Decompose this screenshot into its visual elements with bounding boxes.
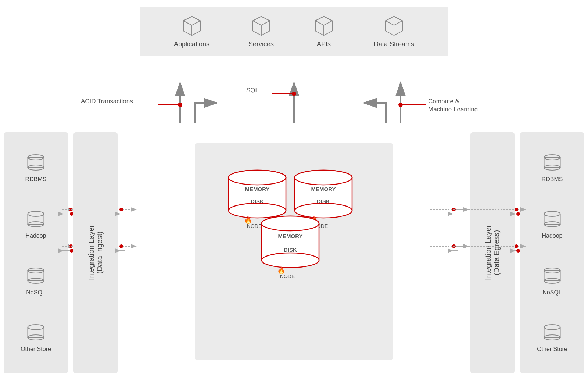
box-icon-apis bbox=[313, 15, 335, 37]
svg-marker-16 bbox=[386, 17, 402, 25]
svg-point-22 bbox=[178, 103, 182, 107]
data-streams-item: Data Streams bbox=[374, 15, 414, 48]
connectors-svg bbox=[0, 132, 588, 375]
svg-text:Compute &: Compute & bbox=[428, 98, 460, 105]
architecture-diagram: Applications Services APIs bbox=[0, 0, 588, 376]
svg-point-95 bbox=[70, 249, 74, 253]
svg-point-117 bbox=[516, 249, 520, 253]
apis-label: APIs bbox=[317, 40, 331, 48]
svg-text:ACID Transactions: ACID Transactions bbox=[81, 98, 133, 105]
applications-label: Applications bbox=[174, 40, 209, 48]
svg-point-27 bbox=[292, 92, 296, 96]
svg-point-109 bbox=[514, 208, 518, 211]
applications-item: Applications bbox=[174, 15, 209, 48]
arrows-annotations-svg: ACID Transactions SQL Compute & Machine … bbox=[74, 72, 514, 136]
svg-text:SQL: SQL bbox=[246, 87, 259, 94]
top-sources-box: Applications Services APIs bbox=[140, 7, 448, 56]
svg-point-90 bbox=[70, 212, 74, 216]
svg-text:Machine Learning: Machine Learning bbox=[428, 106, 478, 113]
svg-marker-6 bbox=[252, 17, 269, 25]
services-item: Services bbox=[248, 15, 274, 48]
svg-point-114 bbox=[514, 244, 518, 248]
data-streams-label: Data Streams bbox=[374, 40, 414, 48]
apis-item: APIs bbox=[313, 15, 335, 48]
svg-marker-11 bbox=[315, 17, 332, 25]
box-icon-applications bbox=[181, 15, 203, 37]
box-icon-services bbox=[250, 15, 272, 37]
svg-point-100 bbox=[119, 244, 123, 248]
svg-marker-1 bbox=[183, 17, 200, 25]
services-label: Services bbox=[248, 40, 274, 48]
svg-point-31 bbox=[398, 103, 403, 107]
svg-point-112 bbox=[516, 212, 520, 216]
svg-point-97 bbox=[119, 208, 123, 211]
box-icon-datastreams bbox=[383, 15, 405, 37]
